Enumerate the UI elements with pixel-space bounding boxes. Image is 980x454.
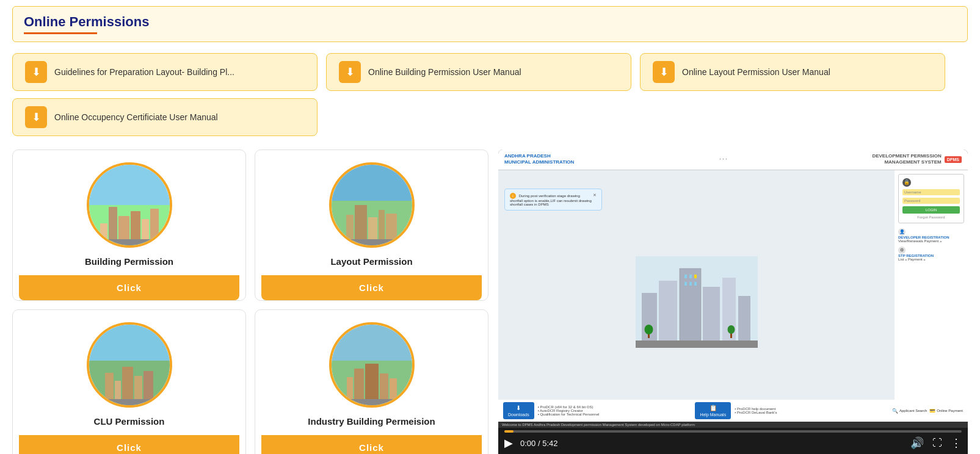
- building-svg: [636, 256, 758, 348]
- video-section: ANDHRA PRADESHMUNICIPAL ADMINISTRATION ·…: [498, 150, 968, 454]
- download-label-guidelines: Guidelines for Preparation Layout- Build…: [54, 67, 234, 77]
- download-icon-4: ⬇: [25, 106, 47, 128]
- welcome-text: Welcome to DPMS Andhra Pradesh Developme…: [498, 422, 968, 428]
- download-btn-building-manual[interactable]: ⬇ Online Building Permission User Manual: [326, 53, 631, 91]
- dpms-center-text: · · ·: [719, 156, 727, 162]
- dev-reg-links[interactable]: View/Renewals Payment »: [898, 239, 964, 243]
- dpms-body: ✕ i During post verification stage drawi…: [498, 170, 968, 400]
- progress-fill: [504, 430, 514, 433]
- help-manuals-btn[interactable]: 📋 Help Manuals: [695, 402, 731, 419]
- login-button[interactable]: LOGIN: [902, 206, 960, 214]
- download-icon-2: ⬇: [339, 61, 361, 83]
- total-time: 5:42: [542, 439, 557, 448]
- video-screenshot: ANDHRA PRADESHMUNICIPAL ADMINISTRATION ·…: [498, 150, 968, 428]
- video-controls: ▶ 0:00 / 5:42 🔊 ⛶ ⋮: [498, 428, 968, 454]
- svg-rect-9: [694, 275, 697, 278]
- play-button[interactable]: ▶: [504, 438, 513, 449]
- controls-right: 🔊 ⛶ ⋮: [910, 436, 962, 450]
- fullscreen-icon[interactable]: ⛶: [932, 438, 942, 449]
- svg-point-17: [727, 325, 735, 334]
- applicant-search-link[interactable]: 🔍 Applicant Search: [892, 408, 927, 414]
- dpms-bottom: ⬇ Downloads • ProDCR (x64 for 32 & 64 bi…: [498, 400, 968, 422]
- online-payment-link[interactable]: 💳 Online Payment: [929, 408, 963, 414]
- page-container: Online Permissions ⬇ Guidelines for Prep…: [0, 0, 980, 454]
- help-btn-label: Help Manuals: [700, 413, 726, 417]
- developer-registration: 👤 DEVELOPER REGISTRATION View/Renewals P…: [898, 228, 964, 243]
- card-click-btn-industry[interactable]: Click: [261, 435, 482, 454]
- download-label-occupancy: Online Occupency Certificiate User Manua…: [54, 112, 218, 122]
- card-image-layout: [329, 162, 415, 248]
- online-payment-label: Online Payment: [937, 409, 963, 413]
- stp-reg-links[interactable]: List » Payment »: [898, 258, 964, 261]
- svg-rect-2: [659, 281, 677, 342]
- card-title-industry: Industry Building Permeision: [308, 416, 435, 427]
- login-box: 🔒 Username Password LOGIN: [898, 174, 964, 223]
- card-building-permission: Building Permission Click: [12, 150, 246, 301]
- svg-rect-10: [684, 282, 687, 286]
- dpms-left-header: ANDHRA PRADESHMUNICIPAL ADMINISTRATION: [504, 153, 574, 166]
- download-icon-3: ⬇: [653, 61, 675, 83]
- downloads-list: • ProDCR (x64 for 32 & 64 bit OS) • Auto…: [538, 405, 692, 416]
- login-btn-label: LOGIN: [926, 208, 937, 212]
- card-click-btn-building[interactable]: Click: [19, 275, 239, 300]
- card-title-building: Building Permission: [85, 256, 173, 267]
- header-underline: [24, 32, 97, 34]
- download-label-building: Online Building Permission User Manual: [368, 67, 521, 77]
- help-list: • ProDCR help document • ProDCR DeLaval …: [735, 407, 888, 414]
- notification-icon: i: [510, 193, 516, 199]
- current-time: 0:00: [520, 439, 535, 448]
- card-title-layout: Layout Permission: [330, 256, 412, 267]
- svg-rect-13: [636, 340, 758, 348]
- download-btn-occupancy[interactable]: ⬇ Online Occupency Certificiate User Man…: [12, 98, 318, 136]
- password-label: Password: [904, 199, 920, 203]
- svg-rect-3: [680, 268, 701, 342]
- svg-rect-11: [689, 282, 692, 286]
- applicant-search-label: Applicant Search: [899, 409, 927, 413]
- notification-close[interactable]: ✕: [593, 193, 597, 198]
- svg-rect-8: [689, 275, 692, 278]
- card-image-industry: [329, 322, 415, 408]
- forgot-password-link[interactable]: Forgot Password: [902, 215, 960, 219]
- username-field[interactable]: Username: [902, 189, 960, 195]
- svg-point-15: [644, 325, 653, 334]
- card-image-building: [87, 162, 172, 248]
- card-clu-permission: CLU Permission Click: [12, 309, 246, 454]
- dpms-sidebar: 🔒 Username Password LOGIN: [895, 170, 968, 400]
- downloads-btn[interactable]: ⬇ Downloads: [503, 402, 534, 419]
- page-title: Online Permissions: [24, 14, 956, 30]
- downloads-btn-label: Downloads: [508, 413, 529, 417]
- bottom-actions: 🔍 Applicant Search 💳 Online Payment: [892, 408, 963, 414]
- svg-rect-4: [703, 287, 720, 342]
- card-layout-permission: Layout Permission Click: [255, 150, 488, 301]
- password-field[interactable]: Password: [902, 198, 960, 204]
- svg-rect-6: [738, 296, 750, 342]
- download-icon-1: ⬇: [25, 61, 47, 83]
- dpms-website: ANDHRA PRADESHMUNICIPAL ADMINISTRATION ·…: [498, 150, 968, 428]
- svg-rect-7: [684, 275, 687, 278]
- dpms-header: ANDHRA PRADESHMUNICIPAL ADMINISTRATION ·…: [498, 150, 968, 170]
- dpms-main: ✕ i During post verification stage drawi…: [498, 170, 895, 400]
- volume-icon[interactable]: 🔊: [910, 436, 924, 450]
- notification-text: During post verification stage drawing s…: [510, 194, 592, 206]
- time-display: 0:00 / 5:42: [520, 439, 557, 448]
- dpms-logo: DPMS: [945, 156, 962, 163]
- stp-registration: ⚙ STP REGISTRATION List » Payment »: [898, 247, 964, 261]
- card-title-clu: CLU Permission: [94, 416, 165, 427]
- dpms-right-header: DEVELOPMENT PERMISSIONMANAGEMENT SYSTEM …: [872, 153, 962, 166]
- card-click-btn-layout[interactable]: Click: [261, 275, 482, 300]
- card-industry-permission: Industry Building Permeision Click: [255, 309, 488, 454]
- download-btn-layout-manual[interactable]: ⬇ Online Layout Permission User Manual: [640, 53, 945, 91]
- card-image-clu: [87, 322, 172, 408]
- progress-bar[interactable]: [504, 430, 962, 433]
- header-bar: Online Permissions: [12, 6, 968, 42]
- card-click-btn-clu[interactable]: Click: [19, 435, 239, 454]
- cards-section: Building Permission Click: [12, 150, 488, 454]
- controls-row: ▶ 0:00 / 5:42 🔊 ⛶ ⋮: [504, 436, 962, 450]
- download-label-layout: Online Layout Permission User Manual: [682, 67, 830, 77]
- dev-reg-icon: 👤: [898, 228, 906, 236]
- stp-icon: ⚙: [898, 247, 906, 254]
- dpms-right-text: DEVELOPMENT PERMISSIONMANAGEMENT SYSTEM: [872, 153, 941, 166]
- download-row-1: ⬇ Guidelines for Preparation Layout- Bui…: [12, 53, 968, 91]
- more-options-icon[interactable]: ⋮: [951, 436, 962, 450]
- download-btn-guidelines[interactable]: ⬇ Guidelines for Preparation Layout- Bui…: [12, 53, 318, 91]
